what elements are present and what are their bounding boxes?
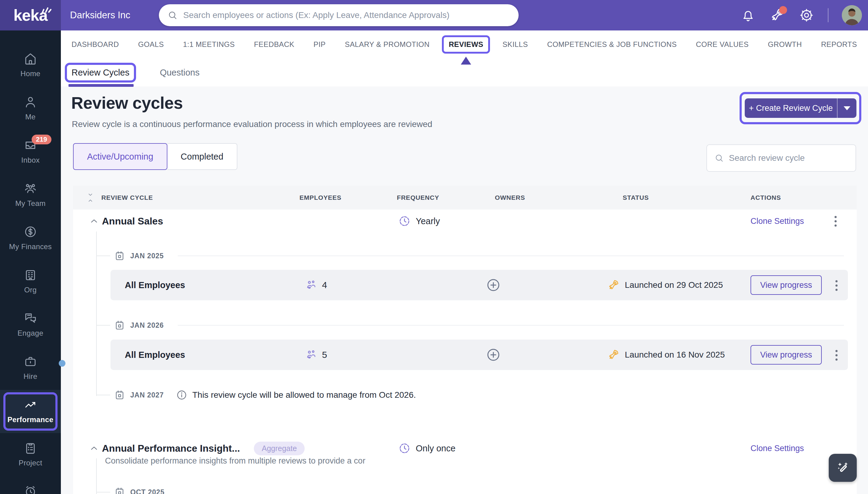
tab-goals[interactable]: GOALS xyxy=(138,40,164,49)
sidebar-item-label: Org xyxy=(24,286,37,294)
filter-active-upcoming[interactable]: Active/Upcoming xyxy=(73,143,167,170)
tab-1-1-meetings[interactable]: 1:1 MEETINGS xyxy=(183,40,235,49)
branch-line xyxy=(96,255,110,256)
keka-app: keka Home Me Inbox 219 My Team xyxy=(0,0,868,494)
period-rule xyxy=(178,325,844,326)
cycle-filters: Active/Upcoming Completed xyxy=(73,143,237,170)
employees-group-icon xyxy=(304,348,318,362)
sidebar-item-label: Home xyxy=(20,70,40,78)
column-owners: OWNERS xyxy=(495,186,525,210)
add-owner-button[interactable] xyxy=(486,347,501,362)
sidebar-item-performance[interactable]: Performance xyxy=(0,390,61,433)
reviews-annotation-pointer xyxy=(461,57,471,64)
period-rule xyxy=(178,255,844,256)
sidebar: keka Home Me Inbox 219 My Team xyxy=(0,0,61,494)
sidebar-item-label: Engage xyxy=(17,329,43,338)
launched-rocket-icon xyxy=(607,279,620,291)
calendar-icon xyxy=(114,389,125,401)
sidebar-item-time-attend[interactable]: Time Attend xyxy=(0,476,61,494)
period-date: JAN 2025 xyxy=(130,252,164,260)
inbox-count-badge: 219 xyxy=(32,135,52,144)
group-title: Annual Sales xyxy=(102,216,163,227)
review-cycles-table: REVIEW CYCLE EMPLOYEES FREQUENCY OWNERS … xyxy=(73,186,857,494)
keka-logo[interactable]: keka xyxy=(0,0,61,31)
sidebar-item-label: My Team xyxy=(15,199,46,208)
sidebar-item-inbox[interactable]: Inbox 219 xyxy=(0,130,61,174)
subtab-questions[interactable]: Questions xyxy=(160,68,200,78)
status-cell: Launched on 29 Oct 2025 xyxy=(607,270,723,300)
cycle-scope: All Employees xyxy=(125,340,185,370)
sidebar-item-my-finances[interactable]: My Finances xyxy=(0,217,61,260)
global-search[interactable] xyxy=(159,4,519,26)
home-icon xyxy=(23,52,37,66)
sidebar-item-project[interactable]: Project xyxy=(0,433,61,476)
clone-settings-link[interactable]: Clone Settings xyxy=(751,216,804,226)
notifications-bell-icon[interactable] xyxy=(740,7,756,23)
collapse-all-icon[interactable] xyxy=(86,192,95,204)
sidebar-item-me[interactable]: Me xyxy=(0,87,61,130)
user-avatar[interactable] xyxy=(842,5,862,25)
global-search-input[interactable] xyxy=(183,11,510,20)
search-icon xyxy=(167,10,178,20)
calendar-icon xyxy=(114,487,125,494)
row-kebab-menu[interactable] xyxy=(834,348,840,362)
create-review-cycle-button[interactable]: + Create Review Cycle xyxy=(745,98,856,118)
calendar-icon xyxy=(114,250,125,262)
review-cycle-search-input[interactable] xyxy=(729,153,848,163)
tab-core-values[interactable]: CORE VALUES xyxy=(696,40,749,49)
tab-reviews[interactable]: REVIEWS xyxy=(449,40,483,49)
project-icon xyxy=(23,441,37,455)
collapse-group-icon[interactable] xyxy=(89,443,99,454)
frequency-label: Only once xyxy=(416,443,456,454)
sidebar-item-home[interactable]: Home xyxy=(0,44,61,87)
column-review-cycle: REVIEW CYCLE xyxy=(101,186,153,210)
sidebar-item-label: Hire xyxy=(23,372,37,381)
sidebar-item-hire[interactable]: Hire xyxy=(0,347,61,390)
sidebar-item-label: Inbox xyxy=(21,156,40,165)
tab-reviews-label: REVIEWS xyxy=(449,40,483,49)
period-note: This review cycle will be allowed to man… xyxy=(176,389,416,401)
time-attend-icon xyxy=(23,484,37,494)
filter-completed[interactable]: Completed xyxy=(167,143,237,170)
tab-skills[interactable]: SKILLS xyxy=(502,40,528,49)
tab-salary-promotion[interactable]: SALARY & PROMOTION xyxy=(345,40,430,49)
view-progress-button[interactable]: View progress xyxy=(751,345,822,364)
view-progress-button[interactable]: View progress xyxy=(751,275,822,295)
launched-rocket-icon xyxy=(607,348,620,361)
sidebar-item-my-team[interactable]: My Team xyxy=(0,174,61,217)
group-kebab-menu[interactable] xyxy=(833,214,839,228)
clone-settings-link[interactable]: Clone Settings xyxy=(751,444,804,453)
collapse-group-icon[interactable] xyxy=(89,216,99,226)
employees-group-icon xyxy=(304,278,318,292)
subtab-review-cycles-label: Review Cycles xyxy=(72,68,129,77)
period-note-text: This review cycle will be allowed to man… xyxy=(192,390,416,400)
magic-wand-fab[interactable] xyxy=(829,454,857,482)
aggregate-badge: Aggregate xyxy=(254,442,305,455)
tab-competencies-job-functions[interactable]: COMPETENCIES & JOB FUNCTIONS xyxy=(547,40,677,49)
create-dropdown-toggle[interactable] xyxy=(837,98,856,118)
review-cycle-search[interactable] xyxy=(706,144,856,172)
cycle-row-jan-2026: All Employees 5 Launched on 16 Nov 2025 … xyxy=(111,340,848,370)
add-owner-button[interactable] xyxy=(486,278,501,292)
sidebar-item-org[interactable]: Org xyxy=(0,260,61,303)
tab-feedback[interactable]: FEEDBACK xyxy=(254,40,295,49)
create-review-cycle-label: + Create Review Cycle xyxy=(745,98,837,118)
hire-icon xyxy=(23,355,37,368)
cycle-clock-icon xyxy=(398,442,411,455)
sidebar-item-label: My Finances xyxy=(9,243,52,251)
tab-reports[interactable]: REPORTS xyxy=(821,40,857,49)
cycle-scope: All Employees xyxy=(125,270,185,300)
subtab-review-cycles[interactable]: Review Cycles xyxy=(72,68,129,78)
sidebar-item-engage[interactable]: Engage xyxy=(0,303,61,347)
info-icon xyxy=(176,389,188,401)
period-date: JAN 2026 xyxy=(130,321,164,329)
chevron-down-icon xyxy=(844,106,850,110)
row-kebab-menu[interactable] xyxy=(834,278,840,293)
tab-growth[interactable]: GROWTH xyxy=(768,40,802,49)
tab-pip[interactable]: PIP xyxy=(314,40,326,49)
frequency-cell: Only once xyxy=(398,442,456,455)
tab-dashboard[interactable]: DASHBOARD xyxy=(72,40,119,49)
column-status: STATUS xyxy=(623,186,649,210)
whats-new-rocket-icon[interactable] xyxy=(769,7,785,23)
settings-gear-icon[interactable] xyxy=(798,7,814,23)
